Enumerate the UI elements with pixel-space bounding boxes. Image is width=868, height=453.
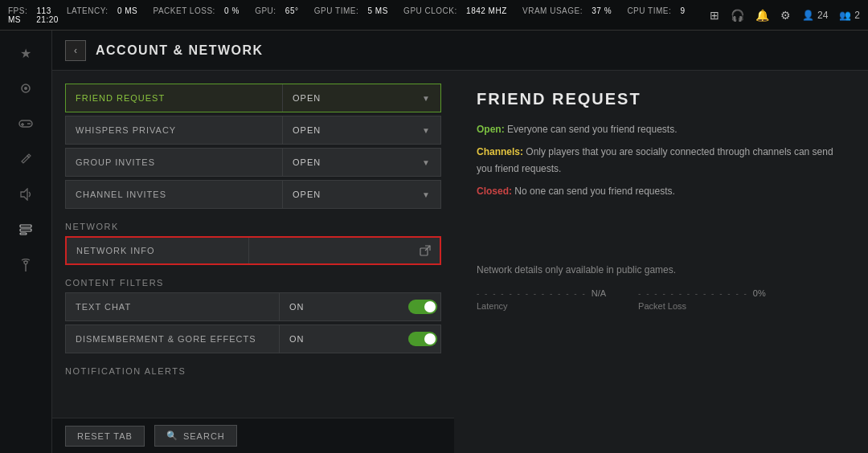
chevron-down-icon: ▼ (411, 94, 440, 103)
page-header: ‹ ACCOUNT & NETWORK (52, 31, 868, 71)
channels-text: Only players that you are socially conne… (477, 146, 833, 175)
topbar-stats: FPS: 113 LATENCY: 0 MS PACKET LOSS: 0 % … (8, 6, 702, 24)
network-info-row[interactable]: NETWORK INFO (65, 236, 441, 265)
latency-value: N/A (592, 288, 606, 298)
player-badge[interactable]: 👤 24 (802, 10, 828, 21)
sidebar-item-bullet[interactable] (7, 72, 44, 104)
sidebar-item-favorites[interactable]: ★ (7, 37, 44, 69)
packet-loss-label: Packet Loss (638, 301, 766, 311)
text-chat-label: TEXT CHAT (66, 302, 279, 312)
reset-tab-button[interactable]: RESET TAB (65, 426, 145, 447)
sidebar-item-antenna[interactable] (7, 249, 44, 281)
channel-invites-dropdown[interactable]: CHANNEL INVITES OPEN ▼ (65, 180, 441, 209)
friend-request-dropdown[interactable]: FRIEND REQUEST OPEN ▼ (65, 84, 441, 112)
group-invites-dropdown[interactable]: GROUP INVITES OPEN ▼ (65, 148, 441, 177)
closed-text: No one can send you friend requests. (514, 186, 674, 197)
network-info-label: NETWORK INFO (67, 246, 248, 255)
group-icon: 👥 (839, 10, 851, 21)
text-chat-value: ON (280, 302, 408, 312)
svg-rect-10 (20, 233, 27, 235)
closed-description: Closed: No one can send you friend reque… (477, 183, 845, 201)
gear-icon[interactable]: ⚙ (780, 9, 791, 22)
whispers-privacy-value: OPEN (283, 125, 411, 135)
network-info-box: Network details only available in public… (477, 264, 845, 311)
group-invites-value: OPEN (283, 157, 411, 167)
friend-request-value: OPEN (283, 93, 411, 103)
player-icon: 👤 (802, 10, 814, 21)
group-badge[interactable]: 👥 2 (839, 10, 860, 21)
friend-request-label: FRIEND REQUEST (66, 93, 282, 103)
closed-key: Closed: (477, 186, 512, 197)
back-icon: ‹ (74, 45, 77, 56)
channel-invites-label: CHANNEL INVITES (66, 190, 282, 199)
channels-description: Channels: Only players that you are soci… (477, 144, 845, 178)
svg-marker-7 (21, 189, 27, 200)
search-icon: 🔍 (166, 431, 178, 441)
right-panel: FRIEND REQUEST Open: Everyone can send y… (454, 71, 868, 453)
main-area: FRIEND REQUEST OPEN ▼ WHISPERS PRIVACY O… (52, 71, 868, 453)
packet-loss-dashes: - - - - - - - - - - - - - - (638, 289, 748, 298)
bell-icon[interactable]: 🔔 (755, 9, 769, 22)
network-stats: - - - - - - - - - - - - - - N/A Latency … (477, 288, 845, 311)
svg-rect-8 (20, 225, 31, 227)
dismemberment-toggle[interactable] (408, 332, 437, 346)
search-button[interactable]: 🔍 SEARCH (154, 425, 237, 447)
content-filters-label: CONTENT FILTERS (65, 278, 441, 288)
dismemberment-label: DISMEMBERMENT & GORE EFFECTS (66, 334, 279, 344)
group-invites-label: GROUP INVITES (66, 157, 282, 167)
headphones-icon[interactable]: 🎧 (731, 9, 744, 22)
latency-stat: - - - - - - - - - - - - - - N/A Latency (477, 288, 606, 311)
channel-invites-value: OPEN (283, 190, 411, 199)
network-section-label: NETWORK (65, 222, 441, 231)
sidebar-item-edit[interactable] (7, 143, 44, 175)
bottom-bar: RESET TAB 🔍 SEARCH (52, 418, 454, 453)
sidebar-item-content[interactable] (7, 214, 44, 246)
packet-loss-stat: - - - - - - - - - - - - - - 0% Packet Lo… (638, 288, 766, 311)
open-description: Open: Everyone can send you friend reque… (477, 121, 845, 139)
group-count: 2 (854, 10, 860, 21)
svg-point-5 (27, 123, 29, 124)
back-button[interactable]: ‹ (65, 40, 86, 61)
left-sidebar: ★ (0, 31, 52, 453)
text-chat-row: TEXT CHAT ON (65, 292, 441, 321)
external-link-icon (411, 245, 440, 256)
sidebar-item-controller[interactable] (7, 108, 44, 140)
network-info-desc: Network details only available in public… (477, 264, 845, 275)
row-divider (248, 238, 249, 263)
topbar-icons: ⊞ 🎧 🔔 ⚙ 👤 24 👥 2 (710, 9, 860, 22)
whispers-privacy-dropdown[interactable]: WHISPERS PRIVACY OPEN ▼ (65, 116, 441, 145)
right-title: FRIEND REQUEST (477, 90, 845, 108)
svg-rect-9 (20, 229, 31, 231)
latency-label: Latency (477, 301, 606, 311)
dismemberment-row: DISMEMBERMENT & GORE EFFECTS ON (65, 324, 441, 353)
channels-key: Channels: (477, 146, 523, 157)
player-count: 24 (817, 10, 828, 21)
open-key: Open: (477, 124, 505, 135)
text-chat-toggle[interactable] (408, 300, 437, 314)
latency-dashes: - - - - - - - - - - - - - - (477, 289, 587, 298)
svg-point-1 (24, 87, 27, 90)
notification-alerts-label: NOTIFICATION ALERTS (65, 366, 441, 376)
page-title: ACCOUNT & NETWORK (96, 43, 264, 58)
packet-loss-value: 0% (753, 288, 766, 298)
left-panel: FRIEND REQUEST OPEN ▼ WHISPERS PRIVACY O… (52, 71, 454, 453)
open-text: Everyone can send you friend requests. (507, 124, 677, 135)
chevron-down-icon: ▼ (411, 190, 440, 199)
search-label: SEARCH (183, 431, 225, 441)
sidebar-item-audio[interactable] (7, 178, 44, 210)
topbar: FPS: 113 LATENCY: 0 MS PACKET LOSS: 0 % … (0, 0, 868, 31)
grid-icon[interactable]: ⊞ (710, 9, 719, 22)
whispers-privacy-label: WHISPERS PRIVACY (66, 125, 282, 135)
chevron-down-icon: ▼ (411, 158, 440, 167)
svg-point-6 (29, 123, 31, 124)
dismemberment-value: ON (280, 334, 408, 344)
chevron-down-icon: ▼ (411, 126, 440, 135)
